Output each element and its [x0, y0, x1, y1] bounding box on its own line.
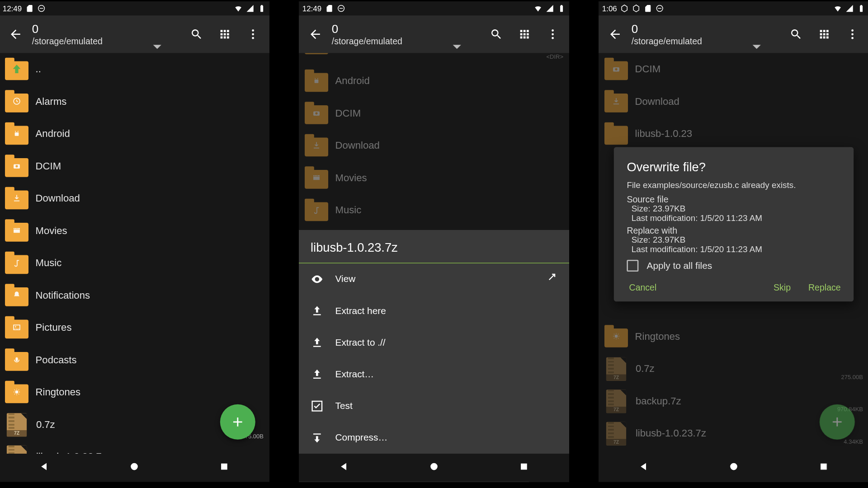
sheet-item[interactable]: Extract to .//	[299, 327, 569, 358]
back-button[interactable]	[603, 23, 627, 46]
list-item[interactable]: Music	[0, 247, 269, 279]
list-item[interactable]: DCIM	[0, 150, 269, 183]
svg-point-2	[252, 37, 254, 39]
list-item[interactable]: 7Zlibusb-1.0.23.7z970.34KB	[0, 441, 269, 454]
sheet-item-label: Compress…	[335, 432, 388, 443]
sheet-item[interactable]: Compress…	[299, 422, 569, 454]
sheet-item-label: Extract here	[335, 305, 386, 316]
file-name: Notifications	[36, 290, 264, 301]
svg-point-0	[252, 29, 254, 32]
path-subtitle: /storage/emulated	[332, 36, 485, 46]
breadcrumb[interactable]: 0 /storage/emulated	[332, 23, 485, 46]
apply-all-checkbox-row[interactable]: Apply to all files	[627, 259, 840, 271]
dialog-source-mod: Last modification: 1/5/20 11:23 AM	[627, 213, 840, 223]
list-item[interactable]: DCIM	[599, 53, 868, 85]
list-item[interactable]: Movies	[299, 162, 569, 194]
file-name: Android	[335, 75, 563, 87]
fab-add-button[interactable]	[220, 404, 255, 440]
path-title: 0	[632, 23, 784, 36]
file-list[interactable]: ..AlarmsAndroidDCIMDownloadMoviesMusicNo…	[0, 53, 269, 454]
list-item[interactable]: Music	[299, 194, 569, 226]
fab-add-button[interactable]	[820, 404, 855, 440]
nav-home-button[interactable]	[429, 461, 439, 474]
dialog-title: Overwrite file?	[627, 160, 840, 174]
svg-point-33	[851, 33, 854, 35]
svg-point-16	[552, 29, 554, 32]
dialog-replace-size: Size: 23.97KB	[627, 235, 840, 244]
sheet-item[interactable]: Extract here	[299, 295, 569, 327]
list-item[interactable]: Alarms	[0, 85, 269, 118]
overflow-menu-button[interactable]	[246, 27, 260, 41]
file-name: Ringtones	[635, 331, 863, 343]
list-item[interactable]: ..	[0, 53, 269, 85]
dialog-source-size: Size: 23.97KB	[627, 204, 840, 213]
list-item[interactable]: DCIM	[299, 97, 569, 130]
nav-recents-button[interactable]	[819, 461, 829, 474]
dnd-icon	[656, 5, 664, 13]
search-button[interactable]	[189, 27, 203, 41]
file-meta: 4.34KB	[844, 438, 863, 445]
open-external-icon[interactable]	[544, 272, 557, 287]
svg-point-8	[15, 165, 18, 168]
wifi-icon	[834, 5, 842, 13]
sheet-item[interactable]: Extract…	[299, 358, 569, 390]
replace-button[interactable]: Replace	[808, 282, 841, 292]
list-item[interactable]: Ringtones	[0, 376, 269, 408]
list-item[interactable]: Download	[299, 129, 569, 162]
sheet-item[interactable]: Test	[299, 390, 569, 422]
list-item[interactable]: 7Z0.7z275.00B	[599, 352, 868, 385]
nav-bar	[0, 454, 269, 482]
breadcrumb[interactable]: 0 /storage/emulated	[32, 23, 185, 46]
status-time: 12:49	[302, 4, 321, 13]
list-item[interactable]: Podcasts	[0, 344, 269, 376]
svg-point-17	[552, 33, 554, 35]
list-item[interactable]: Podcasts.txt90.00B	[599, 450, 868, 454]
overflow-menu-button[interactable]	[845, 27, 859, 41]
nav-back-button[interactable]	[39, 461, 49, 474]
file-name: Music	[36, 257, 264, 269]
svg-point-36	[615, 68, 617, 70]
nav-back-button[interactable]	[638, 461, 649, 474]
nav-recents-button[interactable]	[219, 461, 230, 474]
cancel-button[interactable]: Cancel	[627, 282, 656, 292]
signal-icon	[246, 5, 254, 13]
sheet-item-label: Test	[335, 401, 353, 411]
hex-icon	[621, 5, 629, 13]
dialog-exists-text: File examples/source/ezusb.c already exi…	[627, 180, 840, 191]
back-button[interactable]	[4, 23, 27, 46]
grid-view-button[interactable]	[518, 27, 532, 41]
grid-view-button[interactable]	[817, 27, 831, 41]
file-name: Movies	[335, 172, 563, 184]
list-item[interactable]: Ringtones	[599, 320, 868, 353]
list-item[interactable]: Pictures	[0, 311, 269, 344]
back-button[interactable]	[303, 23, 327, 46]
wifi-icon	[534, 5, 542, 13]
dropdown-indicator-icon[interactable]	[153, 45, 161, 49]
path-title: 0	[32, 23, 185, 36]
nav-home-button[interactable]	[728, 461, 739, 474]
dropdown-indicator-icon[interactable]	[453, 45, 461, 49]
list-item[interactable]: Android	[0, 117, 269, 150]
context-menu-sheet: libusb-1.0.23.7z ViewExtract hereExtract…	[299, 230, 569, 454]
list-item[interactable]: Android	[299, 65, 569, 97]
overflow-menu-button[interactable]	[546, 27, 560, 41]
sheet-item[interactable]: View	[299, 263, 569, 295]
list-item[interactable]: libusb-1.0.23	[599, 117, 868, 150]
nav-back-button[interactable]	[339, 461, 349, 474]
search-button[interactable]	[489, 27, 503, 41]
list-item[interactable]: Download	[599, 85, 868, 118]
breadcrumb[interactable]: 0 /storage/emulated	[632, 23, 784, 46]
list-item[interactable]: Notifications	[0, 279, 269, 312]
list-item[interactable]: Movies	[0, 215, 269, 247]
dropdown-indicator-icon[interactable]	[753, 45, 761, 49]
list-item[interactable]: Download	[0, 182, 269, 215]
skip-button[interactable]: Skip	[774, 282, 791, 292]
nav-recents-button[interactable]	[519, 461, 529, 474]
dialog-replace-mod: Last modification: 1/5/20 11:23 AM	[627, 244, 840, 254]
grid-view-button[interactable]	[218, 27, 232, 41]
search-button[interactable]	[789, 27, 803, 41]
file-name: DCIM	[335, 108, 563, 119]
nav-home-button[interactable]	[129, 461, 139, 474]
file-name: Alarms	[36, 96, 264, 108]
checkbox-icon[interactable]	[627, 259, 638, 271]
